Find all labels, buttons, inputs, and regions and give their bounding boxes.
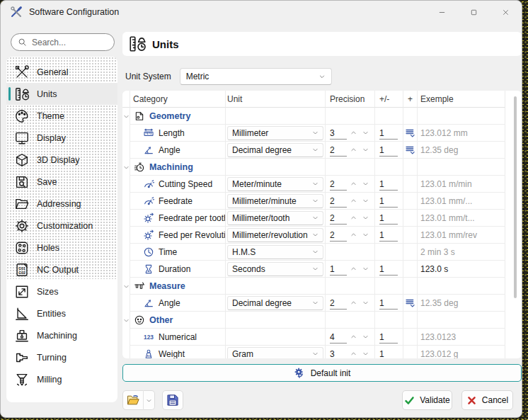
unit-select[interactable]: Millimeter/minute [227, 194, 323, 208]
sidebar-item-3d-display[interactable]: 3D Display [6, 149, 117, 171]
open-file-dropdown-button[interactable] [143, 390, 155, 410]
tolerance-input[interactable]: 1 [379, 297, 398, 310]
precision-up-button[interactable] [348, 297, 359, 309]
precision-up-button[interactable] [348, 127, 359, 139]
sidebar-item-theme[interactable]: Theme [6, 105, 117, 127]
sidebar-item-customization[interactable]: Customization [6, 215, 117, 237]
precision-input[interactable]: 1 [330, 263, 347, 276]
search-box[interactable] [11, 33, 115, 51]
machining-icon [13, 327, 30, 344]
precision-down-button[interactable] [360, 331, 371, 343]
precision-down-button[interactable] [360, 297, 371, 309]
precision-input[interactable]: 2 [330, 229, 347, 242]
precision-down-button[interactable] [360, 348, 371, 359]
precision-up-button[interactable] [348, 195, 359, 207]
vertical-scrollbar[interactable] [514, 96, 517, 298]
tolerance-input[interactable]: 1 [379, 178, 398, 191]
unit-system-value: Metric [186, 72, 318, 81]
maximize-button[interactable] [458, 1, 490, 23]
precision-up-button[interactable] [348, 348, 359, 359]
sidebar-item-machining[interactable]: Machining [6, 324, 117, 346]
cancel-button[interactable]: Cancel [461, 390, 513, 410]
table-row-feedrate: FeedrateMillimeter/minute21123.01 mm/... [122, 193, 522, 210]
search-input[interactable] [32, 38, 103, 47]
collapse-toggle[interactable] [122, 108, 130, 125]
format-list-icon[interactable] [405, 127, 416, 139]
turning-icon [13, 349, 30, 366]
sidebar-item-save[interactable]: Save [6, 171, 117, 193]
unit-select[interactable]: Millimeter/tooth [227, 211, 323, 225]
holes-icon [13, 239, 30, 256]
precision-up-button[interactable] [348, 229, 359, 241]
unit-select[interactable]: Millimeter/revolution [227, 228, 323, 242]
precision-down-button[interactable] [360, 195, 371, 207]
sidebar-item-units[interactable]: Units [6, 83, 117, 105]
tolerance-input[interactable]: 1 [379, 263, 398, 276]
format-list-icon[interactable] [405, 144, 416, 156]
tolerance-input[interactable]: 1 [379, 229, 398, 242]
tolerance-input[interactable]: 1 [379, 144, 398, 157]
unit-select[interactable]: H.M.S [227, 245, 323, 259]
unit-select[interactable]: Decimal degree [227, 296, 323, 310]
precision-input[interactable]: 2 [330, 144, 347, 157]
sidebar-item-milling[interactable]: Milling [6, 368, 117, 390]
precision-input[interactable]: 3 [330, 127, 347, 140]
tolerance-input[interactable]: 1 [379, 195, 398, 208]
tolerance-input[interactable]: 1 [379, 331, 398, 344]
precision-up-button[interactable] [348, 331, 359, 343]
precision-down-button[interactable] [360, 229, 371, 241]
group-label: Geometry [149, 111, 190, 121]
sidebar-item-turning[interactable]: Turning [6, 346, 117, 368]
precision-input[interactable]: 4 [330, 331, 347, 344]
precision-up-button[interactable] [348, 263, 359, 275]
unit-select[interactable]: Decimal degree [227, 143, 323, 157]
sidebar-item-label: Units [37, 89, 57, 99]
sidebar-item-nc-output[interactable]: G01G02NC Output [6, 259, 117, 280]
sidebar-item-label: Display [37, 133, 66, 143]
tolerance-input[interactable]: 1 [379, 127, 398, 140]
example-value: 12.35 deg [420, 298, 458, 308]
unit-select[interactable]: Seconds [227, 262, 323, 276]
precision-input[interactable]: 2 [330, 178, 347, 191]
precision-down-button[interactable] [360, 212, 371, 224]
chevron-down-icon [312, 181, 318, 187]
precision-input[interactable]: 2 [330, 297, 347, 310]
precision-up-button[interactable] [348, 212, 359, 224]
precision-down-button[interactable] [360, 263, 371, 275]
sidebar-item-label: Holes [37, 243, 59, 253]
close-button[interactable] [490, 1, 522, 23]
precision-up-button[interactable] [348, 144, 359, 156]
precision-down-button[interactable] [360, 144, 371, 156]
sidebar-item-entities[interactable]: Entities [6, 302, 117, 324]
precision-input[interactable]: 3 [330, 348, 347, 359]
unit-system-select[interactable]: Metric [180, 68, 332, 85]
collapse-toggle[interactable] [122, 159, 130, 176]
collapse-toggle[interactable] [122, 312, 130, 329]
sidebar-item-holes[interactable]: Holes [6, 237, 117, 259]
numeric-icon: 123 [142, 331, 154, 343]
unit-select[interactable]: Millimeter [227, 126, 323, 140]
precision-input[interactable]: 2 [330, 195, 347, 208]
minimize-button[interactable] [426, 1, 458, 23]
sidebar-item-display[interactable]: Display [6, 127, 117, 149]
precision-down-button[interactable] [360, 178, 371, 190]
unit-select[interactable]: Gram [227, 347, 323, 359]
table-body: GeometryLengthMillimeter31123.012 mmAngl… [122, 108, 522, 358]
tolerance-input[interactable]: 1 [379, 348, 398, 359]
precision-up-button[interactable] [348, 178, 359, 190]
precision-input[interactable]: 2 [330, 212, 347, 225]
sidebar-item-addressing[interactable]: Addressing [6, 193, 117, 215]
unit-select[interactable]: Meter/minute [227, 177, 323, 191]
sidebar-item-sizes[interactable]: Sizes [6, 280, 117, 302]
validate-button[interactable]: Validate [402, 390, 452, 410]
precision-down-button[interactable] [360, 127, 371, 139]
format-list-icon[interactable] [405, 297, 416, 309]
save-button[interactable] [162, 390, 183, 410]
gauge-icon [142, 195, 154, 207]
tolerance-input[interactable]: 1 [379, 212, 398, 225]
open-file-button[interactable] [122, 390, 144, 410]
default-init-button[interactable]: Default init [122, 364, 522, 382]
sidebar-item-general[interactable]: General [6, 61, 117, 83]
collapse-toggle[interactable] [122, 278, 130, 295]
open-folder-icon [126, 393, 140, 407]
